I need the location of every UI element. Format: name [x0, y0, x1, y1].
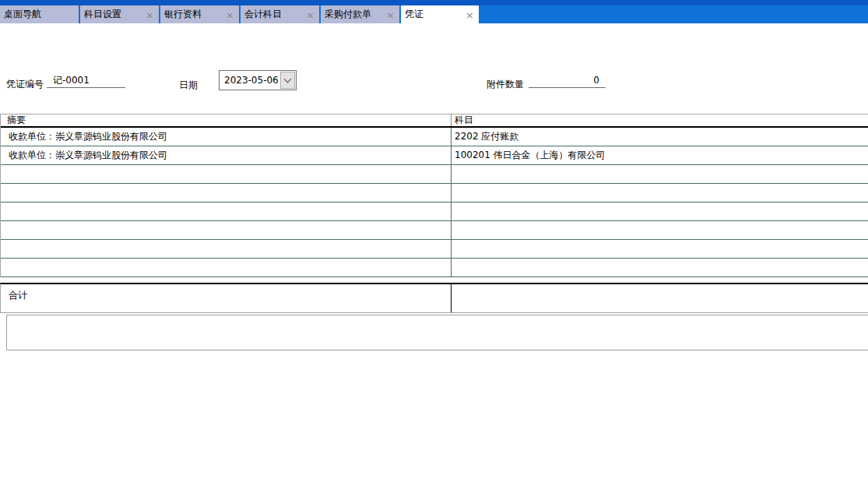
subject-cell[interactable] [452, 221, 868, 239]
subject-cell[interactable]: 100201 伟日合金（上海）有限公司 [452, 146, 868, 164]
tab-label: 会计科目 [244, 8, 282, 21]
subject-cell[interactable] [452, 202, 868, 220]
column-header-subject: 科目 [452, 114, 868, 126]
tab-label: 凭证 [405, 8, 423, 21]
subject-cell[interactable] [452, 184, 868, 202]
tab-1[interactable]: 桌面导航 [0, 5, 79, 23]
table-row[interactable] [1, 240, 868, 259]
table-row[interactable] [1, 259, 868, 277]
summary-cell[interactable] [1, 165, 452, 183]
total-label: 合计 [1, 284, 452, 312]
tab-label: 科目设置 [84, 8, 121, 21]
tab-close-icon[interactable]: × [226, 9, 234, 19]
summary-cell[interactable] [1, 240, 452, 258]
table-row[interactable]: 收款单位：崇义章源钨业股份有限公司100201 伟日合金（上海）有限公司 [1, 146, 868, 165]
tab-label: 采购付款单 [325, 8, 371, 21]
tab-bar: 桌面导航科目设置×银行资料×会计科目×采购付款单×凭证× [0, 0, 868, 23]
date-label: 日期 [179, 79, 198, 92]
table-row[interactable]: 收款单位：崇义章源钨业股份有限公司2202 应付账款 [1, 128, 868, 146]
date-combobox[interactable]: 2023-05-06 [219, 70, 297, 90]
tab-close-icon[interactable]: × [386, 9, 395, 19]
tab-4[interactable]: 会计科目× [241, 5, 319, 23]
voucher-no-label: 凭证编号 [6, 78, 44, 91]
grid-body: 收款单位：崇义章源钨业股份有限公司2202 应付账款收款单位：崇义章源钨业股份有… [1, 128, 868, 277]
voucher-grid: 摘要 科目 收款单位：崇义章源钨业股份有限公司2202 应付账款收款单位：崇义章… [0, 114, 868, 277]
subject-cell[interactable]: 2202 应付账款 [452, 128, 868, 146]
voucher-screen: 桌面导航科目设置×银行资料×会计科目×采购付款单×凭证× 凭证编号 日期 202… [0, 0, 868, 486]
total-row: 合计 [0, 283, 868, 313]
summary-cell[interactable] [1, 184, 452, 202]
date-value: 2023-05-06 [220, 75, 279, 86]
date-dropdown-button[interactable] [280, 72, 295, 89]
subject-cell[interactable] [452, 259, 868, 276]
attachment-count-input[interactable] [529, 74, 606, 88]
grid-header: 摘要 科目 [1, 114, 868, 128]
footer-panel [6, 315, 868, 350]
chevron-down-icon [284, 75, 292, 83]
tab-close-icon[interactable]: × [306, 9, 315, 19]
attachment-count-label: 附件数量 [487, 78, 524, 91]
tab-close-icon[interactable]: × [466, 9, 474, 19]
summary-cell[interactable] [1, 221, 452, 239]
total-value-cell [452, 284, 868, 312]
table-row[interactable] [1, 184, 868, 202]
tab-3[interactable]: 银行资料× [160, 5, 239, 23]
summary-cell[interactable]: 收款单位：崇义章源钨业股份有限公司 [1, 128, 452, 146]
tab-close-icon[interactable]: × [146, 9, 154, 19]
summary-cell[interactable] [1, 202, 452, 220]
tab-label: 桌面导航 [4, 8, 41, 21]
subject-cell[interactable] [452, 165, 868, 183]
voucher-no-input[interactable] [47, 74, 125, 88]
table-row[interactable] [1, 165, 868, 184]
tab-5[interactable]: 采购付款单× [321, 5, 399, 23]
summary-cell[interactable]: 收款单位：崇义章源钨业股份有限公司 [1, 146, 452, 164]
table-row[interactable] [1, 202, 868, 221]
summary-cell[interactable] [1, 259, 452, 276]
tab-label: 银行资料 [164, 8, 202, 21]
tab-2[interactable]: 科目设置× [80, 5, 159, 23]
table-row[interactable] [1, 221, 868, 240]
column-header-summary: 摘要 [1, 114, 452, 126]
tab-6[interactable]: 凭证× [401, 5, 479, 23]
subject-cell[interactable] [452, 240, 868, 258]
